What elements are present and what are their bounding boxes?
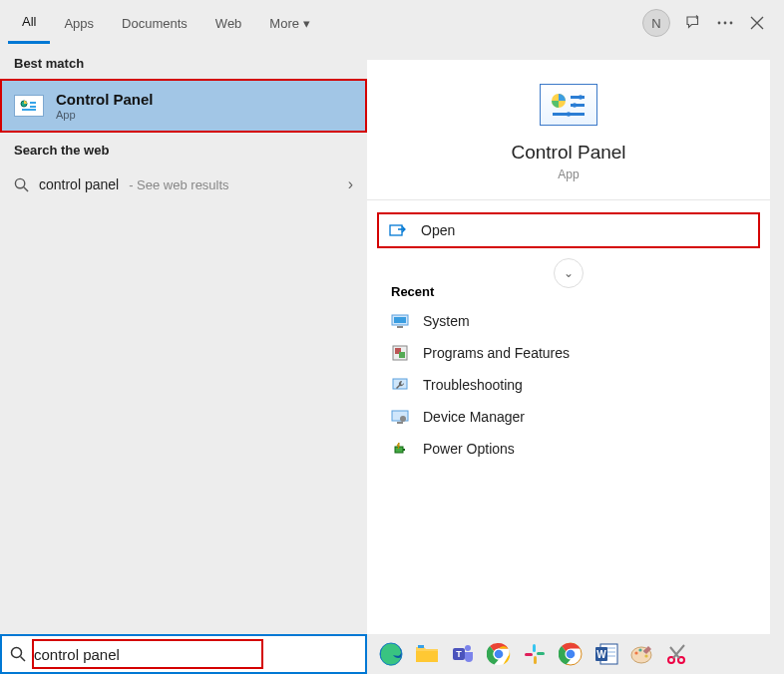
search-input[interactable] xyxy=(34,646,357,663)
search-box[interactable] xyxy=(0,634,367,674)
power-options-icon xyxy=(391,441,409,457)
web-result-row[interactable]: control panel - See web results › xyxy=(0,166,367,203)
hero-title: Control Panel xyxy=(511,142,625,164)
control-panel-large-icon xyxy=(540,84,597,126)
search-icon xyxy=(10,646,26,662)
close-icon[interactable] xyxy=(748,14,766,32)
tab-more[interactable]: More ▾ xyxy=(255,4,324,43)
search-tabs: All Apps Documents Web More ▾ N xyxy=(0,0,784,46)
svg-rect-21 xyxy=(399,352,405,358)
feedback-icon[interactable] xyxy=(684,14,702,32)
chrome-canary-icon[interactable] xyxy=(557,640,585,668)
best-match-text: Control Panel App xyxy=(56,91,154,121)
recent-item-label: System xyxy=(423,313,470,329)
programs-icon xyxy=(391,345,409,361)
svg-rect-39 xyxy=(533,644,536,652)
chevron-down-icon: ▾ xyxy=(303,16,310,31)
left-panel: Best match Control Panel App Search the … xyxy=(0,46,367,634)
best-match-header: Best match xyxy=(0,46,367,79)
svg-point-28 xyxy=(12,648,22,658)
recent-item-power-options[interactable]: Power Options xyxy=(367,433,770,465)
svg-point-38 xyxy=(495,650,504,659)
tab-web[interactable]: Web xyxy=(201,4,256,43)
chrome-icon[interactable] xyxy=(485,640,513,668)
troubleshooting-icon xyxy=(391,377,409,393)
actions-section: Open xyxy=(367,200,770,260)
hero-subtitle: App xyxy=(558,168,579,181)
device-manager-icon xyxy=(391,409,409,425)
user-avatar[interactable]: N xyxy=(642,9,670,37)
web-hint-text: - See web results xyxy=(129,177,228,192)
svg-rect-4 xyxy=(30,102,36,104)
system-icon xyxy=(391,313,409,329)
tab-more-label: More xyxy=(269,16,299,31)
recent-item-programs[interactable]: Programs and Features xyxy=(367,337,770,369)
svg-point-56 xyxy=(644,654,647,657)
open-label: Open xyxy=(421,222,455,238)
svg-rect-5 xyxy=(30,106,36,108)
svg-point-35 xyxy=(465,645,471,651)
svg-rect-41 xyxy=(534,656,537,664)
snipping-tool-icon[interactable] xyxy=(664,640,692,668)
tab-all[interactable]: All xyxy=(8,2,50,44)
svg-point-0 xyxy=(718,22,721,25)
open-icon xyxy=(389,223,407,237)
control-panel-icon xyxy=(14,95,44,117)
svg-rect-18 xyxy=(397,326,403,328)
more-options-icon[interactable] xyxy=(716,14,734,32)
recent-item-troubleshooting[interactable]: Troubleshooting xyxy=(367,369,770,401)
slack-icon[interactable] xyxy=(521,640,549,668)
svg-rect-25 xyxy=(397,422,403,424)
svg-point-45 xyxy=(567,650,576,659)
svg-point-14 xyxy=(567,112,571,116)
recent-section: ⌄ Recent System Programs and Features Tr… xyxy=(367,260,770,465)
svg-point-12 xyxy=(573,103,577,107)
svg-text:T: T xyxy=(456,649,462,659)
open-action[interactable]: Open xyxy=(377,212,760,248)
expand-chevron-icon[interactable]: ⌄ xyxy=(554,258,584,288)
svg-point-2 xyxy=(730,22,733,25)
svg-point-54 xyxy=(638,648,641,651)
recent-item-system[interactable]: System xyxy=(367,305,770,337)
recent-item-device-manager[interactable]: Device Manager xyxy=(367,401,770,433)
svg-point-10 xyxy=(579,95,583,99)
tab-apps[interactable]: Apps xyxy=(50,4,108,43)
tab-documents[interactable]: Documents xyxy=(108,4,201,43)
svg-rect-15 xyxy=(390,225,402,235)
svg-rect-32 xyxy=(418,645,424,648)
svg-point-53 xyxy=(634,651,637,654)
main-area: Best match Control Panel App Search the … xyxy=(0,46,784,634)
svg-rect-17 xyxy=(394,317,406,323)
taskbar-icons: T W xyxy=(367,634,784,674)
best-match-result[interactable]: Control Panel App xyxy=(0,79,367,133)
best-match-title: Control Panel xyxy=(56,91,154,108)
search-icon xyxy=(14,177,29,192)
svg-text:W: W xyxy=(596,649,606,660)
taskbar: T W xyxy=(0,634,784,674)
svg-rect-31 xyxy=(416,651,438,662)
paint-icon[interactable] xyxy=(628,640,656,668)
svg-rect-6 xyxy=(22,109,36,111)
teams-icon[interactable]: T xyxy=(449,640,477,668)
svg-rect-40 xyxy=(537,652,545,655)
svg-rect-42 xyxy=(525,653,533,656)
right-panel: Control Panel App Open ⌄ Recent System xyxy=(367,60,770,634)
top-right-controls: N xyxy=(642,9,776,37)
chevron-right-icon: › xyxy=(348,175,353,193)
svg-rect-27 xyxy=(403,449,405,451)
edge-icon[interactable] xyxy=(377,640,405,668)
recent-item-label: Power Options xyxy=(423,441,515,457)
recent-item-label: Device Manager xyxy=(423,409,525,425)
recent-item-label: Programs and Features xyxy=(423,345,570,361)
web-query-text: control panel xyxy=(39,176,119,192)
file-explorer-icon[interactable] xyxy=(413,640,441,668)
svg-point-7 xyxy=(15,178,24,187)
hero-section: Control Panel App xyxy=(367,60,770,200)
svg-point-1 xyxy=(724,22,727,25)
search-web-header: Search the web xyxy=(0,133,367,166)
word-icon[interactable]: W xyxy=(592,640,620,668)
recent-item-label: Troubleshooting xyxy=(423,377,523,393)
best-match-subtitle: App xyxy=(56,109,154,121)
svg-point-24 xyxy=(400,416,406,422)
